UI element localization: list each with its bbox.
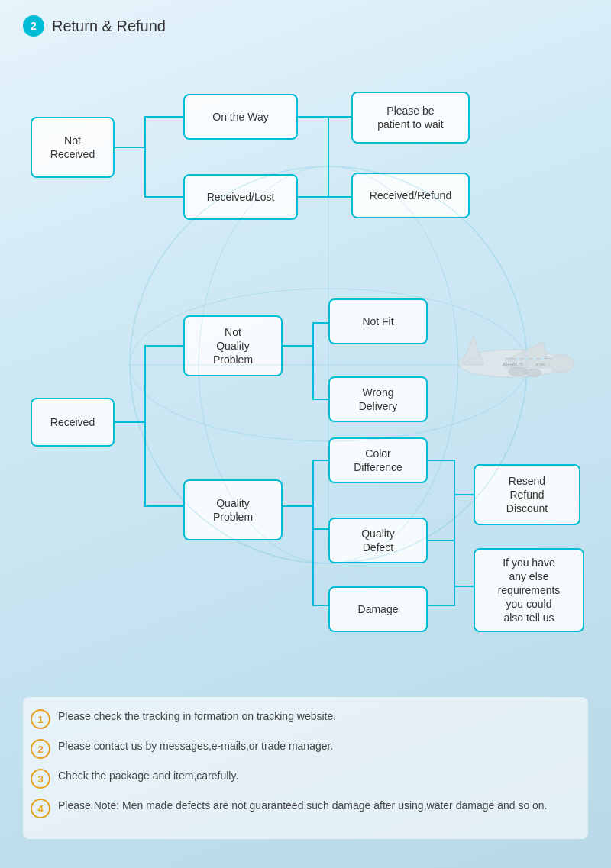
info-num-1: 1 bbox=[31, 709, 50, 729]
svg-point-8 bbox=[532, 357, 536, 360]
svg-point-12 bbox=[509, 367, 528, 376]
info-num-4: 4 bbox=[31, 799, 50, 818]
svg-point-6 bbox=[516, 357, 520, 360]
airplane-decoration: AIRBUS A380 bbox=[443, 323, 580, 399]
svg-point-1 bbox=[549, 355, 574, 373]
page-header: 2 Return & Refund bbox=[23, 15, 588, 37]
info-item-2: 2 Please contact us by messages,e-mails,… bbox=[31, 738, 580, 759]
info-text-1: Please check the tracking in formation o… bbox=[58, 708, 336, 724]
flowchart: Not Received On the Way Received/Lost Pl… bbox=[23, 56, 588, 682]
info-item-4: 4 Please Note: Men made defects are not … bbox=[31, 798, 580, 818]
info-text-2: Please contact us by messages,e-mails,or… bbox=[58, 738, 333, 754]
svg-text:A380: A380 bbox=[535, 363, 545, 367]
info-num-3: 3 bbox=[31, 769, 50, 789]
svg-point-13 bbox=[526, 369, 541, 377]
info-section: 1 Please check the tracking in formation… bbox=[23, 697, 588, 839]
page-title: Return & Refund bbox=[52, 18, 166, 35]
info-item-3: 3 Check the package and item,carefully. bbox=[31, 768, 580, 789]
header-icon: 2 bbox=[23, 15, 44, 37]
info-num-2: 2 bbox=[31, 739, 50, 759]
info-item-1: 1 Please check the tracking in formation… bbox=[31, 708, 580, 729]
svg-point-9 bbox=[541, 357, 545, 360]
info-text-4: Please Note: Men made defects are not gu… bbox=[58, 798, 548, 814]
info-text-3: Check the package and item,carefully. bbox=[58, 768, 238, 784]
svg-point-7 bbox=[524, 357, 528, 360]
main-content: 2 Return & Refund bbox=[0, 0, 611, 854]
